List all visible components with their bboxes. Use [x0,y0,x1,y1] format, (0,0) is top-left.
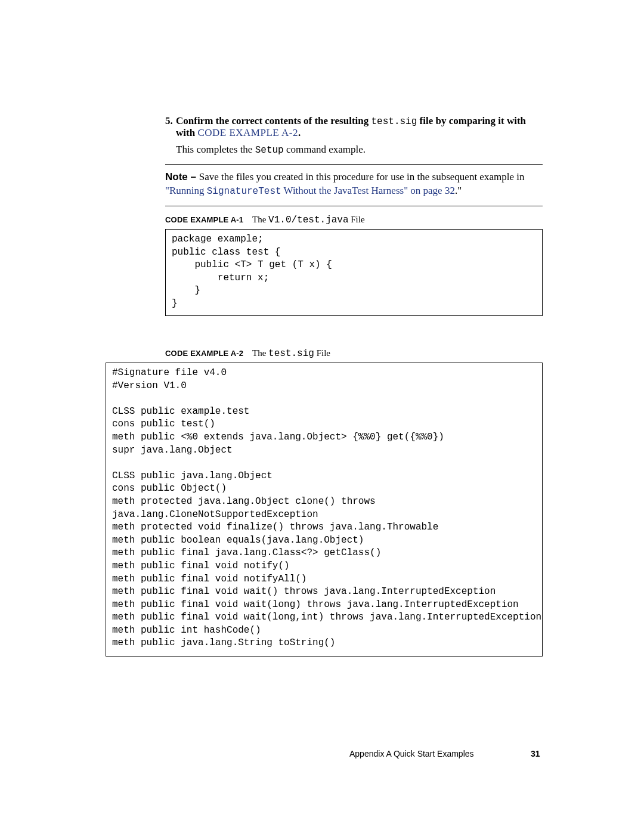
example-a2-label: CODE EXAMPLE A-2 [165,349,243,358]
example-a1-caption-post: File [349,215,365,224]
step-xref[interactable]: CODE EXAMPLE A-2 [197,127,298,138]
example-a1-header: CODE EXAMPLE A-1 The V1.0/test.java File [165,215,543,225]
step-body-pre: This completes the [176,144,255,155]
note-line1: Save the files you created in this proce… [199,171,525,182]
note-text: Note – Save the files you created in thi… [165,165,543,206]
footer-page-number: 31 [531,749,540,758]
step-number: 5. [165,115,176,139]
step-line: 5. Confirm the correct contents of the r… [165,115,543,139]
note-line-end: ." [455,185,462,196]
example-a1-caption-pre: The [252,215,268,224]
step-body-post: command example. [284,144,366,155]
note-link-code: SignatureTest [207,186,281,197]
example-a2-header: CODE EXAMPLE A-2 The test.sig File [165,348,543,359]
example-a1-code: package example; public class test { pub… [165,229,543,316]
step-code-inline: test.sig [371,116,417,127]
note-rule-bottom [165,206,543,206]
code-example-a1: CODE EXAMPLE A-1 The V1.0/test.java File… [165,215,543,316]
page: 5. Confirm the correct contents of the r… [0,0,644,833]
example-a2-code: #Signature file v4.0 #Version V1.0 CLSS … [106,363,543,657]
code-example-a2: CODE EXAMPLE A-2 The test.sig File #Sign… [106,348,543,657]
example-a2-caption-post: File [314,348,330,358]
note-block: Note – Save the files you created in thi… [165,164,543,206]
note-link[interactable]: "Running SignatureTest Without the JavaT… [165,185,455,196]
step-body-code: Setup [255,145,284,156]
note-link-pre: Running [169,185,207,196]
step-lead: Confirm the correct contents of the resu… [176,115,371,126]
step-with: with [176,127,197,138]
example-a2-caption-pre: The [252,348,268,358]
example-a1-label: CODE EXAMPLE A-1 [165,215,243,224]
example-a1-caption-code: V1.0/test.java [268,215,348,225]
step-tail: file by comparing it with [417,115,526,126]
example-a2-caption-code: test.sig [268,348,314,359]
note-label: Note – [165,171,199,182]
footer-text: Appendix A Quick Start Examples [349,749,474,758]
note-link-openquote: " [165,185,169,196]
step-5: 5. Confirm the correct contents of the r… [165,115,543,156]
note-link-post: Without the JavaTest Harness" on page 32 [281,185,455,196]
step-period: . [298,127,301,138]
step-text: Confirm the correct contents of the resu… [176,115,543,139]
step-body: This completes the Setup command example… [176,144,543,156]
